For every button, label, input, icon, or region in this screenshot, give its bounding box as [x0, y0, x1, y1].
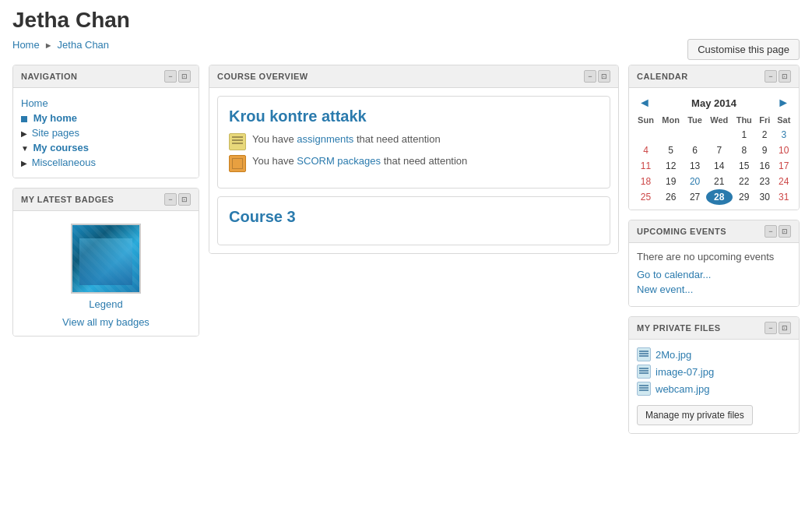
badge-name-link[interactable]: Legend — [21, 298, 191, 310]
pf-collapse-button[interactable]: − — [765, 322, 777, 334]
cal-day-cell[interactable]: 24 — [774, 174, 795, 189]
customise-button[interactable]: Customise this page — [687, 39, 800, 60]
badges-config-button[interactable]: ⊡ — [178, 193, 191, 206]
new-event-link[interactable]: New event... — [637, 284, 791, 295]
nav-item-myhome: My home — [21, 111, 191, 125]
cal-day-cell[interactable]: 14 — [706, 158, 733, 174]
go-to-calendar-link[interactable]: Go to calendar... — [637, 269, 791, 280]
cal-day-cell[interactable]: 26 — [658, 189, 684, 205]
cal-day-cell[interactable]: 7 — [706, 143, 733, 158]
ue-collapse-button[interactable]: − — [765, 225, 777, 238]
cal-week-row-2: 11121314151617 — [634, 158, 794, 174]
cal-day-cell[interactable]: 11 — [634, 158, 658, 174]
cal-day-cell[interactable]: 27 — [684, 189, 705, 205]
cal-day-cell[interactable]: 2 — [756, 127, 774, 143]
private-files-title: MY PRIVATE FILES — [637, 323, 721, 333]
file-icon — [637, 347, 651, 361]
manage-files-button[interactable]: Manage my private files — [637, 405, 753, 425]
breadcrumb-sep: ► — [44, 41, 53, 50]
cal-th-fri: Fri — [756, 113, 774, 127]
breadcrumb-home[interactable]: Home — [12, 39, 40, 51]
nav-config-button[interactable]: ⊡ — [178, 70, 191, 83]
nav-home-link[interactable]: Home — [21, 97, 48, 109]
nav-mycourses-link[interactable]: My courses — [33, 142, 90, 153]
cal-day-cell[interactable]: 23 — [756, 174, 774, 189]
cal-day-cell — [634, 127, 658, 143]
nav-arrow-right-icon: ▶ — [21, 129, 27, 138]
cal-day-cell[interactable]: 9 — [756, 143, 774, 158]
cal-day-cell[interactable]: 5 — [658, 143, 684, 158]
private-files-panel: MY PRIVATE FILES − ⊡ 2Mo.jpgimage-07.jpg… — [628, 316, 800, 434]
files-list: 2Mo.jpgimage-07.jpgwebcam.jpg — [637, 347, 791, 396]
calendar-nav: ◄ May 2014 ► — [634, 93, 794, 113]
badge-image — [71, 224, 141, 294]
nav-myhome-link[interactable]: My home — [33, 112, 77, 124]
cal-day-cell[interactable]: 8 — [733, 143, 756, 158]
private-files-body: 2Mo.jpgimage-07.jpgwebcam.jpg Manage my … — [629, 340, 799, 433]
cal-day-cell[interactable]: 15 — [733, 158, 756, 174]
cal-week-row-1: 45678910 — [634, 143, 794, 158]
cal-month-label: May 2014 — [691, 97, 736, 109]
cal-th-wed: Wed — [706, 113, 733, 127]
cal-config-button[interactable]: ⊡ — [779, 70, 791, 83]
assignments-link[interactable]: assignments — [297, 133, 353, 145]
cal-day-link[interactable]: 3 — [781, 129, 786, 140]
calendar-title: CALENDAR — [637, 72, 688, 81]
nav-misc-link[interactable]: Miscellaneous — [32, 157, 96, 168]
top-bar: Home ► Jetha Chan Customise this page — [12, 39, 800, 62]
cal-day-link[interactable]: 20 — [690, 176, 700, 187]
page-title: Jetha Chan — [12, 8, 800, 33]
cal-day-cell[interactable]: 10 — [774, 143, 795, 158]
ue-config-button[interactable]: ⊡ — [779, 225, 791, 238]
badges-panel: MY LATEST BADGES − ⊡ Legend View all my … — [12, 188, 199, 336]
cal-day-cell[interactable]: 1 — [733, 127, 756, 143]
no-events-text: There are no upcoming events — [637, 251, 791, 262]
private-files-controls: − ⊡ — [765, 322, 791, 334]
nav-square-icon — [21, 116, 27, 122]
calendar-body: ◄ May 2014 ► Sun Mon Tue Wed Thu Fri Sat — [629, 88, 799, 210]
cal-day-cell[interactable]: 25 — [634, 189, 658, 205]
cal-collapse-button[interactable]: − — [765, 70, 777, 83]
file-link[interactable]: webcam.jpg — [656, 383, 709, 395]
cal-prev-button[interactable]: ◄ — [638, 96, 651, 110]
cal-day-cell[interactable]: 18 — [634, 174, 658, 189]
upcoming-events-header: UPCOMING EVENTS − ⊡ — [629, 220, 799, 243]
upcoming-events-panel: UPCOMING EVENTS − ⊡ There are no upcomin… — [628, 220, 800, 307]
cal-day-cell[interactable]: 29 — [733, 189, 756, 205]
right-column: CALENDAR − ⊡ ◄ May 2014 ► Sun Mon — [628, 65, 800, 434]
private-files-header: MY PRIVATE FILES − ⊡ — [629, 317, 799, 340]
cal-day-cell[interactable]: 6 — [684, 143, 705, 158]
co-config-button[interactable]: ⊡ — [598, 70, 610, 83]
cal-th-thu: Thu — [733, 113, 756, 127]
cal-week-row-0: 123 — [634, 127, 794, 143]
pf-config-button[interactable]: ⊡ — [779, 322, 791, 334]
cal-day-cell[interactable]: 17 — [774, 158, 795, 174]
cal-day-cell[interactable]: 28 — [706, 189, 733, 205]
file-link[interactable]: image-07.jpg — [656, 366, 714, 378]
cal-next-button[interactable]: ► — [777, 96, 789, 110]
nav-collapse-button[interactable]: − — [164, 70, 177, 83]
course-overview-title: COURSE OVERVIEW — [217, 72, 308, 81]
cal-day-cell[interactable]: 21 — [706, 174, 733, 189]
cal-day-cell — [706, 127, 733, 143]
cal-day-cell[interactable]: 30 — [756, 189, 774, 205]
course-card-2: Course 3 — [217, 196, 610, 245]
view-all-badges-link[interactable]: View all my badges — [21, 316, 191, 328]
badges-collapse-button[interactable]: − — [164, 193, 177, 206]
nav-sitepages-link[interactable]: Site pages — [32, 127, 79, 139]
scorm-link[interactable]: SCORM packages — [297, 155, 381, 167]
cal-day-cell[interactable]: 4 — [634, 143, 658, 158]
cal-day-cell[interactable]: 22 — [733, 174, 756, 189]
badges-title: MY LATEST BADGES — [21, 195, 114, 204]
cal-day-cell[interactable]: 12 — [658, 158, 684, 174]
cal-day-cell — [658, 127, 684, 143]
calendar-table: Sun Mon Tue Wed Thu Fri Sat 123456789101… — [634, 113, 794, 205]
calendar-controls: − ⊡ — [765, 70, 791, 83]
cal-day-cell[interactable]: 16 — [756, 158, 774, 174]
cal-day-cell[interactable]: 19 — [658, 174, 684, 189]
file-link[interactable]: 2Mo.jpg — [656, 349, 691, 361]
cal-day-cell[interactable]: 13 — [684, 158, 705, 174]
nav-list: Home My home ▶ Site pages ▼ My courses — [21, 96, 191, 170]
co-collapse-button[interactable]: − — [584, 70, 596, 83]
cal-day-cell[interactable]: 31 — [774, 189, 795, 205]
